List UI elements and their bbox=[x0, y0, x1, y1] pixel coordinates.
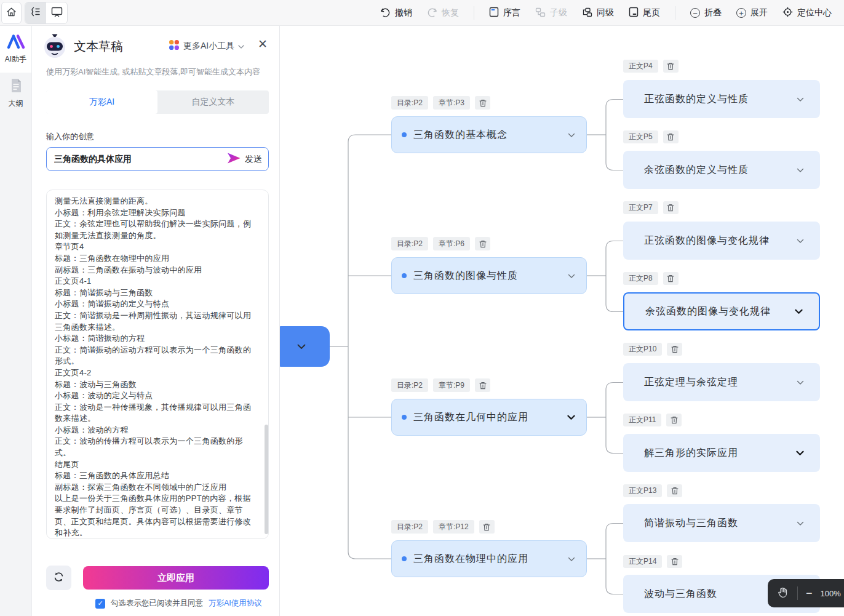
add-child-button[interactable]: 子级 bbox=[535, 7, 567, 19]
zoom-out-button[interactable]: − bbox=[806, 588, 813, 599]
delete-node-button[interactable] bbox=[479, 520, 495, 534]
branch-node[interactable]: 三角函数的图像与性质 bbox=[391, 257, 587, 294]
branch-label: 三角函数在物理中的应用 bbox=[413, 553, 563, 566]
ai-assistant-logo-icon bbox=[6, 34, 26, 51]
chevron-down-icon[interactable] bbox=[797, 164, 804, 175]
preface-button[interactable]: 序言 bbox=[489, 7, 520, 19]
child-label: 正弦定理与余弦定理 bbox=[644, 376, 792, 389]
chevron-down-icon[interactable] bbox=[797, 518, 804, 529]
page-badge: 目录:P2 bbox=[391, 96, 428, 110]
branch-node[interactable]: 三角函数在物理中的应用 bbox=[391, 540, 587, 577]
child-node[interactable]: 简谐振动与三角函数 bbox=[623, 504, 820, 542]
chevron-down-icon[interactable] bbox=[797, 377, 804, 388]
node-badges: 正文P8 bbox=[623, 272, 679, 285]
child-node[interactable]: 解三角形的实际应用 bbox=[623, 434, 820, 472]
child-label: 解三角形的实际应用 bbox=[644, 447, 791, 460]
child-node[interactable]: 正弦函数的定义与性质 bbox=[623, 80, 820, 118]
redo-button[interactable]: 恢复 bbox=[427, 7, 459, 19]
root-node[interactable] bbox=[280, 326, 330, 367]
collapse-button[interactable]: − 折叠 bbox=[690, 7, 722, 18]
delete-node-button[interactable] bbox=[663, 60, 679, 73]
delete-node-button[interactable] bbox=[663, 272, 679, 285]
branch-node[interactable]: 三角函数在几何中的应用 bbox=[391, 399, 587, 436]
tail-page-icon bbox=[629, 7, 639, 19]
delete-node-button[interactable] bbox=[667, 343, 682, 356]
draft-text-area[interactable]: 测量无法直接测量的距离。 小标题：利用余弦定理解决实际问题 正文：余弦定理也可以… bbox=[46, 190, 269, 539]
chevron-down-icon[interactable] bbox=[568, 553, 575, 564]
child-node[interactable]: 正弦函数的图像与变化规律 bbox=[623, 222, 820, 260]
idea-input-box: 发送 bbox=[46, 147, 269, 171]
presentation-view-icon bbox=[51, 7, 63, 20]
delete-node-button[interactable] bbox=[666, 414, 682, 426]
more-ai-tools-label: 更多AI小工具 bbox=[183, 41, 234, 52]
toolbar-divider bbox=[675, 6, 675, 20]
delete-node-button[interactable] bbox=[475, 237, 490, 250]
agreement-link[interactable]: 万彩AI使用协议 bbox=[209, 598, 262, 609]
send-button[interactable]: 发送 bbox=[226, 152, 262, 166]
chevron-down-icon[interactable] bbox=[568, 129, 575, 140]
panel-title: 文本草稿 bbox=[74, 38, 123, 55]
home-button[interactable] bbox=[1, 2, 22, 24]
ai-draft-panel: 文本草稿 更多AI小工具 ✕ 使用万彩AI智能生成, 或粘贴文章段落,即可智能生… bbox=[32, 26, 280, 616]
chevron-down-icon[interactable] bbox=[797, 235, 804, 246]
tab-custom-text[interactable]: 自定义文本 bbox=[157, 90, 269, 114]
agreement-text: 勾选表示您已阅读并且同意 bbox=[111, 598, 203, 609]
apply-now-button[interactable]: 立即应用 bbox=[83, 566, 269, 590]
zoom-level: 100% bbox=[821, 589, 841, 598]
panel-tabs: 万彩AI 自定义文本 bbox=[46, 90, 269, 114]
page-badge: 正文P14 bbox=[623, 555, 662, 568]
close-panel-button[interactable]: ✕ bbox=[253, 34, 272, 53]
undo-button[interactable]: 撤销 bbox=[380, 7, 412, 19]
child-node-selected[interactable]: 余弦函数的图像与变化规律 bbox=[623, 292, 820, 330]
rail-item-outline[interactable]: 大纲 bbox=[0, 73, 31, 113]
undo-label: 撤销 bbox=[395, 7, 412, 18]
send-label: 发送 bbox=[245, 154, 262, 165]
sibling-label: 同级 bbox=[597, 7, 614, 18]
toolbar-divider bbox=[474, 6, 474, 20]
redo-label: 恢复 bbox=[442, 7, 459, 18]
node-badges: 目录:P2 章节:P6 bbox=[391, 237, 490, 250]
chevron-down-icon[interactable] bbox=[797, 94, 804, 105]
branch-node[interactable]: 三角函数的基本概念 bbox=[391, 116, 587, 153]
child-label: 正弦函数的图像与变化规律 bbox=[644, 234, 792, 247]
chevron-down-icon[interactable] bbox=[568, 270, 575, 281]
child-node-icon bbox=[535, 7, 546, 19]
delete-node-button[interactable] bbox=[667, 484, 682, 497]
add-sibling-button[interactable]: 同级 bbox=[582, 7, 614, 19]
preface-page-icon bbox=[489, 7, 499, 19]
chevron-down-icon[interactable] bbox=[567, 412, 575, 423]
child-label: 简谐振动与三角函数 bbox=[644, 517, 792, 530]
page-badge: 章节:P9 bbox=[433, 378, 470, 392]
more-ai-tools-button[interactable]: 更多AI小工具 bbox=[169, 39, 244, 52]
undo-icon bbox=[380, 7, 391, 19]
child-node[interactable]: 正弦定理与余弦定理 bbox=[623, 363, 820, 401]
idea-input[interactable] bbox=[54, 154, 226, 164]
outline-view-toggle[interactable] bbox=[25, 2, 46, 23]
delete-node-button[interactable] bbox=[475, 96, 490, 110]
presentation-view-toggle[interactable] bbox=[46, 2, 67, 23]
tab-wancai-ai[interactable]: 万彩AI bbox=[46, 90, 157, 114]
delete-node-button[interactable] bbox=[475, 378, 490, 392]
draft-scrollbar-thumb[interactable] bbox=[265, 425, 268, 534]
rail-item-ai-assistant[interactable]: AI助手 bbox=[0, 26, 31, 73]
delete-node-button[interactable] bbox=[663, 201, 679, 214]
delete-node-button[interactable] bbox=[663, 130, 679, 143]
collapse-label: 折叠 bbox=[704, 7, 722, 18]
hand-pan-icon[interactable] bbox=[776, 586, 789, 601]
child-node[interactable]: 余弦函数的定义与性质 bbox=[623, 151, 820, 189]
regenerate-button[interactable] bbox=[46, 566, 71, 590]
bullet-dot-icon bbox=[402, 273, 407, 278]
locate-center-button[interactable]: 定位中心 bbox=[782, 7, 832, 19]
page-badge: 正文P8 bbox=[623, 272, 658, 285]
chevron-down-icon[interactable] bbox=[795, 306, 803, 317]
page-badge: 目录:P2 bbox=[391, 237, 428, 250]
chevron-down-icon[interactable] bbox=[796, 447, 804, 458]
expand-button[interactable]: + 展开 bbox=[736, 7, 768, 18]
delete-node-button[interactable] bbox=[667, 555, 682, 568]
tail-page-button[interactable]: 尾页 bbox=[629, 7, 660, 19]
outline-view-icon bbox=[30, 7, 41, 19]
redo-icon bbox=[427, 7, 437, 19]
agreement-checkbox[interactable]: ✓ bbox=[95, 599, 105, 609]
node-badges: 目录:P2 章节:P3 bbox=[391, 96, 490, 110]
mindmap-canvas[interactable]: 目录:P2 章节:P3 三角函数的基本概念 目录:P2 章节:P6 三角函数的图… bbox=[280, 26, 844, 616]
